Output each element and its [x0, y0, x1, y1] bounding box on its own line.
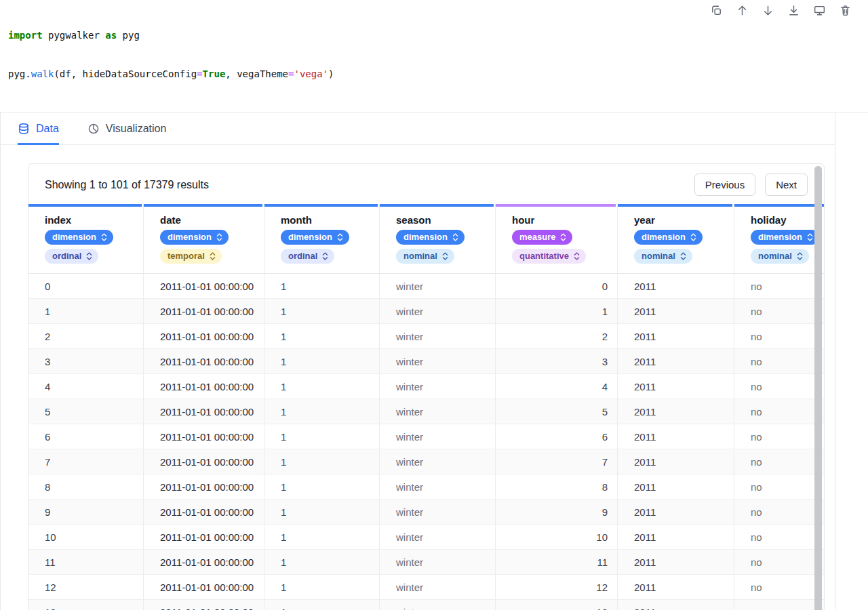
next-button[interactable]: Next	[765, 174, 808, 196]
cell-season: winter	[380, 525, 496, 550]
pill-label: dimension	[642, 232, 686, 242]
chevron-up-down-icon	[690, 233, 696, 241]
cell-date: 2011-01-01 00:00:00	[144, 399, 264, 424]
type-pill-quantitative[interactable]: quantitative	[512, 249, 586, 264]
column-header-month: monthdimensionordinal	[264, 204, 380, 274]
column-name: season	[396, 214, 480, 226]
type-pill-ordinal[interactable]: ordinal	[45, 249, 98, 264]
chevron-up-down-icon	[452, 233, 458, 241]
cell-holiday: no	[734, 324, 824, 349]
table-row: 122011-01-01 00:00:001winter122011no	[28, 575, 824, 600]
type-pill-nominal[interactable]: nominal	[751, 249, 809, 264]
cell-season: winter	[380, 324, 496, 349]
tab-data[interactable]: Data	[18, 113, 59, 144]
measure-pill[interactable]: measure	[512, 230, 572, 245]
column-header-index: indexdimensionordinal	[28, 204, 144, 274]
cell-year: 2011	[618, 374, 734, 399]
cell-index: 5	[28, 399, 144, 424]
cell-hour: 2	[496, 324, 618, 349]
database-icon	[18, 123, 30, 135]
presentation-button[interactable]	[812, 3, 827, 18]
cell-holiday: no	[734, 374, 824, 399]
table-row: 22011-01-01 00:00:001winter22011no	[28, 324, 824, 349]
copy-button[interactable]	[709, 3, 724, 18]
table-row: 82011-01-01 00:00:001winter82011no	[28, 474, 824, 500]
tab-bar: Data Visualization	[1, 113, 835, 145]
table-row: 32011-01-01 00:00:001winter32011no	[28, 349, 824, 374]
arrow-up-icon	[736, 4, 749, 17]
cell-hour: 11	[496, 550, 618, 575]
column-name: year	[634, 214, 719, 226]
column-header-date: datedimensiontemporal	[144, 204, 264, 274]
type-pill-nominal[interactable]: nominal	[634, 249, 692, 264]
cell-year: 2011	[618, 424, 734, 449]
cell-month: 1	[264, 500, 380, 525]
dimension-pill[interactable]: dimension	[634, 230, 703, 245]
cell-season: winter	[380, 349, 496, 374]
delete-button[interactable]	[837, 3, 853, 18]
cell-year: 2011	[618, 550, 734, 575]
cell-season: winter	[380, 299, 496, 324]
cell-season: winter	[380, 550, 496, 575]
cell-season: winter	[380, 374, 496, 399]
cell-hour: 4	[496, 374, 618, 399]
cell-hour: 1	[496, 299, 618, 324]
dimension-pill[interactable]: dimension	[45, 230, 113, 245]
cell-date: 2011-01-01 00:00:00	[144, 500, 264, 525]
cell-date: 2011-01-01 00:00:00	[144, 600, 264, 610]
chevron-up-down-icon	[210, 252, 216, 260]
previous-button[interactable]: Previous	[694, 174, 755, 196]
type-pill-nominal[interactable]: nominal	[396, 249, 454, 264]
dimension-pill[interactable]: dimension	[160, 230, 229, 245]
cell-date: 2011-01-01 00:00:00	[144, 449, 264, 474]
cell-date: 2011-01-01 00:00:00	[144, 575, 264, 600]
table-row: 102011-01-01 00:00:001winter102011no	[28, 525, 824, 550]
cell-date: 2011-01-01 00:00:00	[144, 525, 264, 550]
cell-year: 2011	[618, 525, 734, 550]
code-cell: import pygwalker as pyg pyg.walk(df, hid…	[0, 0, 868, 113]
table-row: 52011-01-01 00:00:001winter52011no	[28, 399, 824, 424]
type-pill-ordinal[interactable]: ordinal	[281, 249, 334, 264]
table-viewport: indexdimensionordinaldatedimensiontempor…	[28, 204, 824, 610]
dimension-pill[interactable]: dimension	[396, 230, 465, 245]
cell-year: 2011	[618, 500, 734, 525]
cell-season: winter	[380, 449, 496, 474]
data-table: indexdimensionordinaldatedimensiontempor…	[28, 204, 824, 610]
dimension-pill[interactable]: dimension	[281, 230, 349, 245]
cell-hour: 5	[496, 399, 618, 424]
cell-month: 1	[264, 575, 380, 600]
presentation-icon	[813, 4, 826, 17]
chevron-up-down-icon	[216, 233, 222, 241]
pill-label: temporal	[167, 251, 205, 261]
cell-season: winter	[380, 424, 496, 449]
download-button[interactable]	[786, 3, 802, 18]
pill-label: nominal	[758, 251, 792, 261]
dimension-pill[interactable]: dimension	[751, 230, 819, 245]
cell-year: 2011	[618, 274, 734, 299]
cell-hour: 6	[496, 424, 618, 449]
move-up-button[interactable]	[734, 3, 750, 18]
table-body: 02011-01-01 00:00:001winter02011no12011-…	[28, 274, 824, 610]
type-pill-temporal[interactable]: temporal	[160, 249, 222, 264]
cell-season: winter	[380, 399, 496, 424]
cell-holiday: no	[734, 474, 824, 500]
vertical-scrollbar-thumb[interactable]	[814, 166, 822, 610]
pill-label: nominal	[403, 251, 437, 261]
cell-year: 2011	[618, 575, 734, 600]
move-down-button[interactable]	[760, 3, 776, 18]
pill-label: ordinal	[288, 251, 317, 261]
cell-month: 1	[264, 399, 380, 424]
table-row: 72011-01-01 00:00:001winter72011no	[28, 449, 824, 474]
table-header-row: indexdimensionordinaldatedimensiontempor…	[28, 204, 824, 274]
column-header-hour: hourmeasurequantitative	[496, 204, 618, 274]
tab-visualization[interactable]: Visualization	[87, 113, 167, 144]
column-name: hour	[512, 214, 602, 226]
table-row: 132011-01-01 00:00:001winter132011no	[28, 600, 824, 610]
code-line-2: pyg.walk(df, hideDataSourceConfig=True, …	[8, 68, 860, 81]
cell-index: 2	[28, 324, 144, 349]
cell-year: 2011	[618, 399, 734, 424]
code-editor[interactable]: import pygwalker as pyg pyg.walk(df, hid…	[8, 3, 860, 106]
column-header-season: seasondimensionnominal	[380, 204, 496, 274]
table-row: 62011-01-01 00:00:001winter62011no	[28, 424, 824, 449]
cell-holiday: no	[734, 449, 824, 474]
